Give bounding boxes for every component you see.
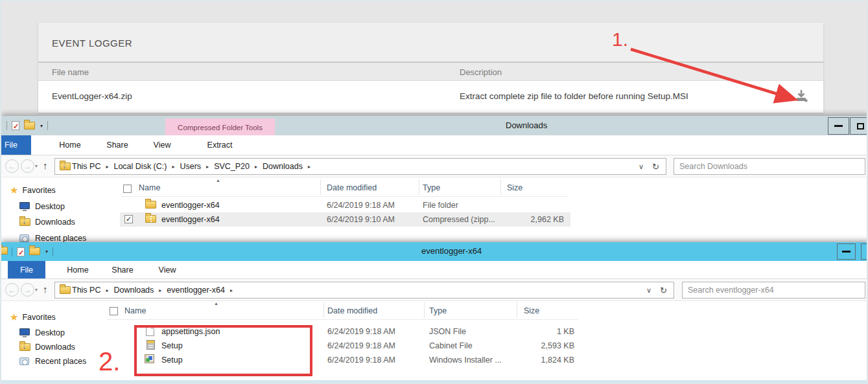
file-row-eventlogger-folder[interactable]: eventlogger-x64 6/24/2019 9:18 AM File f… xyxy=(1,198,868,212)
annotation-step-2: 2. xyxy=(99,347,120,376)
tab-view[interactable]: View xyxy=(148,261,187,278)
file-size: 1 KB xyxy=(513,327,574,336)
column-description: Description xyxy=(460,67,502,77)
breadcrumb-this-pc[interactable]: This PC xyxy=(72,286,100,295)
tab-share[interactable]: Share xyxy=(102,261,143,278)
tab-home[interactable]: Home xyxy=(49,135,91,155)
quick-access-toolbar: ▾ xyxy=(12,242,53,261)
tab-file[interactable]: File xyxy=(8,261,45,278)
maximize-icon xyxy=(857,123,864,130)
address-dropdown-icon[interactable]: ∨ xyxy=(639,163,644,171)
back-button[interactable]: ← xyxy=(5,283,19,297)
column-header-name[interactable]: Name xyxy=(124,306,146,315)
forward-button[interactable]: → xyxy=(21,283,34,297)
properties-check-icon[interactable] xyxy=(17,247,25,256)
column-header-size[interactable]: Size xyxy=(507,183,522,192)
column-header-size[interactable]: Size xyxy=(524,306,539,315)
up-button[interactable]: ↑ xyxy=(43,160,48,171)
sidebar-item-recent-places[interactable]: Recent places xyxy=(19,234,86,242)
column-header-name[interactable]: Name xyxy=(139,183,160,192)
row-checkbox-checked[interactable]: ✓ xyxy=(124,215,133,223)
window-title: Downloads xyxy=(506,120,547,130)
breadcrumb-separator-icon: ▸ xyxy=(230,288,233,293)
file-type: Cabinet File xyxy=(429,341,473,350)
bottom-edge xyxy=(1,380,868,384)
address-bar[interactable]: This PC ▸ Downloads ▸ eventlogger-x64 ▸ … xyxy=(54,282,674,299)
search-input[interactable] xyxy=(674,159,865,174)
tab-file[interactable]: File xyxy=(0,135,31,155)
tab-share[interactable]: Share xyxy=(97,135,137,155)
file-row-appsettings-json[interactable]: appsettings.json 6/24/2019 9:18 AM JSON … xyxy=(1,324,868,339)
ribbon-tabs: File Home Share View xyxy=(1,261,868,279)
separator xyxy=(53,247,53,256)
sidebar-favorites-label: Favorites xyxy=(22,186,55,195)
window-system-folder-icon xyxy=(0,247,8,254)
annotation-rectangle-2 xyxy=(134,325,312,376)
sidebar-favorites[interactable]: ★ Favorites xyxy=(10,185,56,195)
column-header-date-modified[interactable]: Date modified xyxy=(327,183,377,192)
select-all-checkbox[interactable] xyxy=(123,185,132,193)
up-button[interactable]: ↑ xyxy=(43,284,48,295)
separator xyxy=(12,247,12,256)
back-button[interactable]: ← xyxy=(5,159,19,173)
separator xyxy=(47,121,48,130)
file-type: File folder xyxy=(423,201,458,210)
new-folder-icon[interactable] xyxy=(29,247,40,255)
column-header-type[interactable]: Type xyxy=(423,183,440,192)
folder-content: ★ Favorites Desktop Downloads Recent pla… xyxy=(1,177,868,242)
breadcrumb-users[interactable]: Users xyxy=(180,162,201,171)
zip-folder-icon xyxy=(145,215,156,223)
separator xyxy=(6,121,7,130)
breadcrumb-separator-icon: ▸ xyxy=(106,288,108,293)
window-title: eventlogger-x64 xyxy=(421,246,482,256)
sidebar-favorites[interactable]: ★ Favorites xyxy=(10,312,56,322)
favorites-star-icon: ★ xyxy=(10,312,18,322)
column-header-date-modified[interactable]: Date modified xyxy=(327,306,377,315)
tab-extract[interactable]: Extract xyxy=(191,135,248,155)
minimize-button[interactable] xyxy=(828,117,849,135)
recent-locations-icon[interactable]: ▾ xyxy=(35,287,38,293)
customize-toolbar-icon[interactable]: ▾ xyxy=(40,123,43,129)
refresh-icon[interactable]: ↻ xyxy=(660,286,667,295)
breadcrumb-separator-icon: ▸ xyxy=(106,164,108,170)
customize-toolbar-icon[interactable]: ▾ xyxy=(45,249,48,254)
breadcrumb-downloads[interactable]: Downloads xyxy=(263,162,303,171)
breadcrumb-separator-icon: ▸ xyxy=(159,288,161,293)
address-bar[interactable]: This PC ▸ Local Disk (C:) ▸ Users ▸ SVC_… xyxy=(54,158,666,175)
breadcrumb-downloads[interactable]: Downloads xyxy=(113,286,154,295)
select-all-checkbox[interactable] xyxy=(110,307,118,315)
file-size: 1,824 KB xyxy=(513,356,574,365)
file-row-setup-cab[interactable]: Setup 6/24/2019 9:18 AM Cabinet File 2,5… xyxy=(1,339,868,353)
file-row-eventlogger-zip[interactable]: ✓ eventlogger-x64 6/24/2019 9:10 AM Comp… xyxy=(1,212,868,227)
properties-check-icon[interactable] xyxy=(12,121,19,130)
file-date: 6/24/2019 9:18 AM xyxy=(327,341,395,350)
breadcrumb-separator-icon: ▸ xyxy=(255,164,257,170)
new-folder-icon[interactable] xyxy=(24,122,35,130)
file-size: 2,593 KB xyxy=(513,341,574,350)
search-input[interactable] xyxy=(683,282,865,298)
file-size: 2,962 KB xyxy=(500,215,564,224)
breadcrumb-separator-icon: ▸ xyxy=(206,164,209,170)
file-date: 6/24/2019 9:10 AM xyxy=(327,215,395,224)
recent-locations-icon[interactable]: ▾ xyxy=(35,163,38,169)
breadcrumb-svc-p20[interactable]: SVC_P20 xyxy=(214,162,250,171)
breadcrumb-separator-icon: ▸ xyxy=(308,164,311,170)
column-header-type[interactable]: Type xyxy=(429,306,447,315)
refresh-icon[interactable]: ↻ xyxy=(652,162,659,172)
minimize-button[interactable] xyxy=(837,243,856,260)
address-dropdown-icon[interactable]: ∨ xyxy=(646,286,651,295)
downloads-folder-icon xyxy=(60,163,71,170)
file-row-setup-msi[interactable]: Setup 6/24/2019 9:18 AM Windows Installe… xyxy=(1,353,868,367)
explorer-window-downloads: ▾ Compressed Folder Tools Downloads File… xyxy=(1,116,868,242)
minimize-icon xyxy=(842,251,850,253)
navigation-bar: ← → ▾ ↑ This PC ▸ Downloads ▸ eventlogge… xyxy=(1,279,868,301)
breadcrumb-eventlogger-x64[interactable]: eventlogger-x64 xyxy=(167,286,225,295)
breadcrumb-this-pc[interactable]: This PC xyxy=(72,162,100,171)
breadcrumb-local-disk-c[interactable]: Local Disk (C:) xyxy=(113,162,167,171)
tab-view[interactable]: View xyxy=(141,135,183,155)
forward-button[interactable]: → xyxy=(21,159,34,173)
maximize-button[interactable] xyxy=(861,243,868,260)
titlebar: ▾ Compressed Folder Tools Downloads xyxy=(1,116,868,135)
maximize-button[interactable] xyxy=(850,117,868,135)
tab-home[interactable]: Home xyxy=(57,261,99,278)
